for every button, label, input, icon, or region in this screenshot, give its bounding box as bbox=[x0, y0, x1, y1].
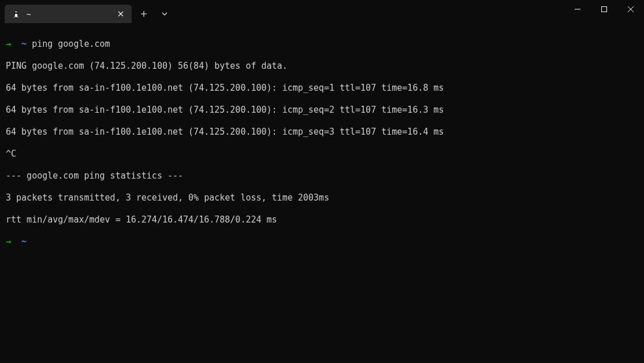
prompt-arrow-icon: → bbox=[6, 236, 11, 247]
svg-rect-7 bbox=[602, 7, 607, 12]
svg-point-6 bbox=[17, 12, 17, 12]
minimize-button[interactable] bbox=[564, 0, 591, 18]
prompt-arrow-icon: → bbox=[6, 39, 11, 49]
output-line: 64 bytes from sa-in-f100.1e100.net (74.1… bbox=[6, 83, 638, 94]
terminal-output[interactable]: → ~ ping google.com PING google.com (74.… bbox=[0, 23, 644, 263]
tab-dropdown-button[interactable] bbox=[155, 5, 174, 23]
tab-close-button[interactable] bbox=[116, 9, 126, 19]
titlebar: ~ bbox=[0, 0, 644, 23]
output-line: rtt min/avg/max/mdev = 16.274/16.474/16.… bbox=[6, 214, 638, 225]
output-line: ^C bbox=[6, 149, 638, 160]
tab-title: ~ bbox=[27, 10, 110, 18]
prompt-path: ~ bbox=[21, 39, 27, 49]
command-text: ping google.com bbox=[32, 39, 110, 49]
new-tab-button[interactable] bbox=[134, 5, 154, 23]
tab-active[interactable]: ~ bbox=[5, 5, 132, 23]
window-controls bbox=[564, 0, 644, 18]
prompt-path: ~ bbox=[21, 236, 27, 247]
output-line: 64 bytes from sa-in-f100.1e100.net (74.1… bbox=[6, 105, 638, 116]
prompt-line: → ~ ping google.com bbox=[6, 39, 638, 50]
output-line: 64 bytes from sa-in-f100.1e100.net (74.1… bbox=[6, 127, 638, 138]
output-line: --- google.com ping statistics --- bbox=[6, 171, 638, 182]
tab-strip: ~ bbox=[0, 0, 132, 23]
maximize-button[interactable] bbox=[591, 0, 617, 18]
tab-actions bbox=[132, 0, 174, 23]
output-line: 3 packets transmitted, 3 received, 0% pa… bbox=[6, 192, 638, 203]
svg-point-2 bbox=[15, 14, 18, 17]
prompt-line: → ~ bbox=[6, 236, 638, 247]
output-line: PING google.com (74.125.200.100) 56(84) … bbox=[6, 61, 638, 72]
tux-icon bbox=[12, 9, 21, 18]
svg-point-5 bbox=[16, 12, 16, 12]
close-window-button[interactable] bbox=[617, 0, 644, 18]
